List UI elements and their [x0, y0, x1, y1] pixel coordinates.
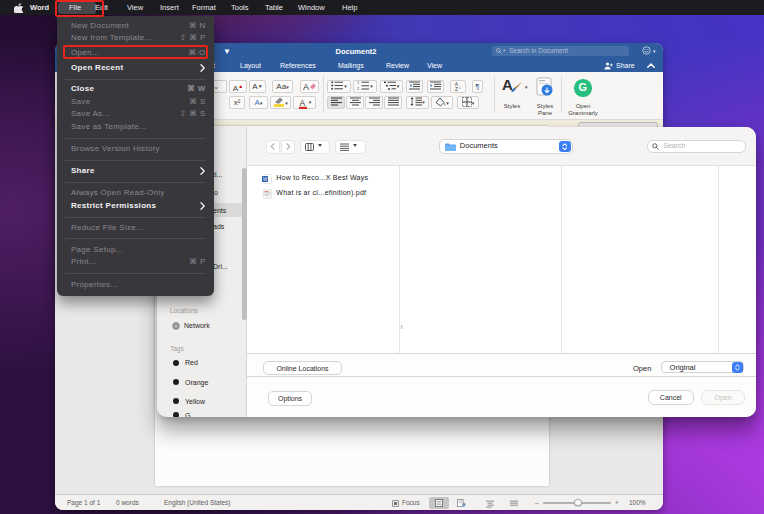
svg-text:1: 1	[357, 81, 360, 85]
svg-text:A: A	[299, 98, 305, 108]
svg-text:A: A	[303, 82, 309, 92]
svg-text:2: 2	[357, 86, 360, 90]
